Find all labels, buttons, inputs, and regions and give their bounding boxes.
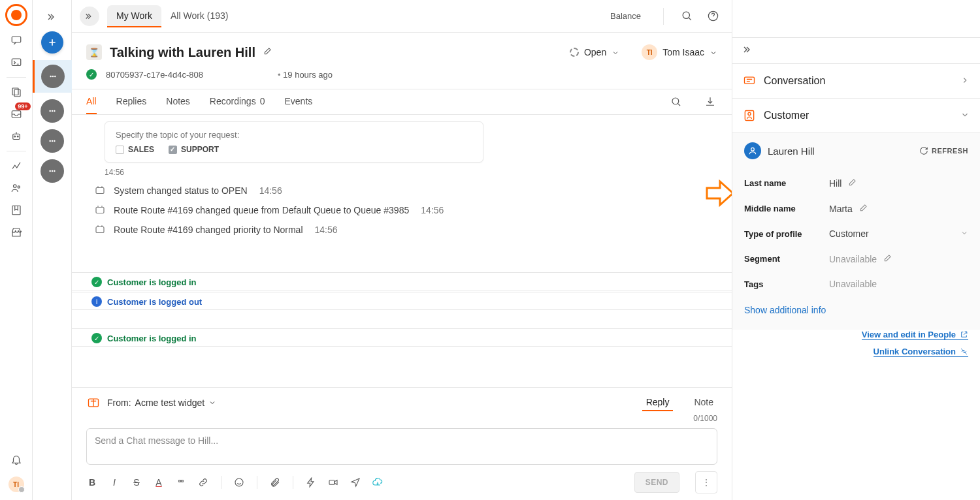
balance-label[interactable]: Balance xyxy=(610,11,641,21)
bot-icon[interactable] xyxy=(8,129,24,144)
svg-point-14 xyxy=(50,110,50,111)
svg-point-34 xyxy=(748,112,751,115)
bell-icon[interactable] xyxy=(8,452,24,467)
quote-icon[interactable] xyxy=(175,477,187,488)
svg-rect-31 xyxy=(329,480,335,485)
attachment-icon[interactable] xyxy=(269,477,281,488)
tab-notes[interactable]: Notes xyxy=(166,89,190,114)
message-input[interactable]: Send a Chat message to Hill... xyxy=(86,428,717,465)
emoji-icon[interactable] xyxy=(233,477,245,488)
char-counter: 0/1000 xyxy=(86,414,717,423)
banner-logged-in: ✓Customer is logged in xyxy=(85,274,203,290)
collapse-details-icon[interactable] xyxy=(732,38,980,64)
link-icon[interactable] xyxy=(197,477,209,488)
team-icon[interactable] xyxy=(8,180,24,196)
svg-point-21 xyxy=(52,170,52,171)
logo-icon[interactable] xyxy=(5,4,27,26)
composer-more-button[interactable]: ⋮ xyxy=(695,471,717,493)
system-event: Route Route #4169 changed priority to No… xyxy=(94,224,717,236)
tab-recordings[interactable]: Recordings0 xyxy=(210,89,265,114)
system-event: Route Route #4169 changed queue from Def… xyxy=(94,204,717,216)
thread: Specify the topic of your request: SALES… xyxy=(72,115,732,387)
agent-dropdown[interactable]: TI Tom Isaac xyxy=(642,44,717,60)
conversation-header: ⌛ Talking with Lauren Hill Open TI Tom I… xyxy=(72,33,732,89)
tab-events[interactable]: Events xyxy=(284,89,312,114)
strike-icon[interactable]: S xyxy=(131,477,142,488)
tab-note[interactable]: Note xyxy=(690,394,717,411)
svg-point-9 xyxy=(18,186,20,188)
checkbox-support[interactable]: SUPPORT xyxy=(169,145,219,154)
svg-point-13 xyxy=(55,76,56,76)
view-edit-people-link[interactable]: View and edit in People xyxy=(862,330,968,340)
documents-icon[interactable] xyxy=(8,84,24,100)
tab-reply[interactable]: Reply xyxy=(642,394,674,411)
terminal-icon[interactable] xyxy=(8,55,24,70)
expand-rail-icon[interactable] xyxy=(44,9,60,25)
conversation-bubble[interactable] xyxy=(41,159,64,183)
from-dropdown[interactable]: From: Acme test widget xyxy=(107,398,216,408)
inbox-icon[interactable]: 99+ xyxy=(8,106,24,122)
search-icon[interactable] xyxy=(678,8,695,25)
send-plane-icon[interactable] xyxy=(350,477,361,488)
refresh-button[interactable]: REFRESH xyxy=(919,146,968,155)
svg-point-18 xyxy=(52,140,52,141)
edit-title-icon[interactable] xyxy=(263,46,275,58)
svg-rect-3 xyxy=(14,89,20,97)
svg-rect-26 xyxy=(96,188,104,194)
details-panel: Conversation Customer Lauren Hill REFRES… xyxy=(732,0,980,500)
section-customer[interactable]: Customer xyxy=(732,99,980,133)
svg-point-15 xyxy=(52,110,52,111)
thread-tabs: All Replies Notes Recordings0 Events xyxy=(72,89,732,115)
tab-all[interactable]: All xyxy=(86,89,97,114)
section-conversation[interactable]: Conversation xyxy=(732,64,980,99)
status-dropdown[interactable]: Open xyxy=(570,47,619,57)
checkbox-sales[interactable]: SALES xyxy=(116,145,154,154)
bold-icon[interactable]: B xyxy=(86,477,98,488)
field-segment: Segment Unavailable xyxy=(744,244,968,270)
download-icon[interactable] xyxy=(703,95,717,109)
chat-icon[interactable] xyxy=(8,33,24,48)
inbox-badge: 99+ xyxy=(15,102,30,110)
conversation-bubble[interactable] xyxy=(41,99,64,123)
check-icon: ✓ xyxy=(86,69,97,80)
field-profile-type[interactable]: Type of profile Customer xyxy=(744,219,968,244)
tab-all-work[interactable]: All Work (193) xyxy=(161,5,237,27)
route-icon xyxy=(94,224,106,236)
collapse-sidebar-button[interactable] xyxy=(80,7,99,26)
search-thread-icon[interactable] xyxy=(669,95,683,109)
new-conversation-button[interactable] xyxy=(41,31,63,54)
bolt-icon[interactable] xyxy=(305,477,317,488)
conversation-bubble[interactable] xyxy=(41,129,64,153)
bookmark-icon[interactable] xyxy=(8,202,24,218)
unlink-conversation-link[interactable]: Unlink Conversation xyxy=(874,347,968,357)
svg-point-30 xyxy=(235,478,243,486)
tab-replies[interactable]: Replies xyxy=(116,89,147,114)
svg-point-35 xyxy=(751,148,755,151)
send-button[interactable]: SEND xyxy=(634,472,679,493)
left-icon-rail: 99+ TI xyxy=(0,0,33,500)
tab-my-work[interactable]: My Work xyxy=(107,5,161,27)
conversation-rail xyxy=(33,0,72,500)
store-icon[interactable] xyxy=(8,225,24,240)
font-color-icon[interactable]: A xyxy=(153,477,165,488)
time-ago: 19 hours ago xyxy=(212,70,333,80)
agent-avatar: TI xyxy=(642,44,657,60)
composer: From: Acme test widget Reply Note 0/1000… xyxy=(72,387,732,500)
conversation-id: 80705937-c17e-4d4c-808 xyxy=(106,70,203,80)
edit-icon[interactable] xyxy=(848,178,857,189)
conversation-bubble-active[interactable] xyxy=(33,60,72,93)
svg-point-25 xyxy=(672,98,679,104)
analytics-icon[interactable] xyxy=(8,158,24,174)
edit-icon[interactable] xyxy=(883,253,892,264)
svg-point-23 xyxy=(683,12,689,18)
card-timestamp: 14:56 xyxy=(105,168,717,177)
svg-point-20 xyxy=(50,170,50,171)
user-avatar-mini[interactable]: TI xyxy=(8,477,24,492)
svg-point-19 xyxy=(54,140,54,141)
italic-icon[interactable]: I xyxy=(108,477,120,488)
cloud-icon[interactable] xyxy=(372,477,384,488)
edit-icon[interactable] xyxy=(859,203,868,214)
show-additional-link[interactable]: Show additional info xyxy=(744,305,826,315)
help-icon[interactable] xyxy=(704,8,721,25)
video-icon[interactable] xyxy=(327,477,339,488)
